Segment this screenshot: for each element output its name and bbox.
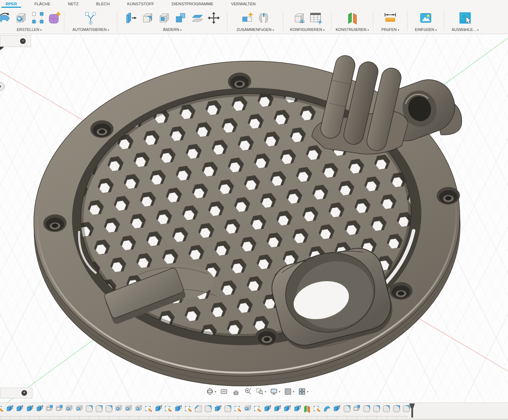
chevron-down-icon[interactable]: ▾ — [279, 390, 280, 393]
timeline-feature-hole-icon[interactable] — [244, 405, 252, 414]
window-zoom-button[interactable]: ▾ — [255, 387, 267, 396]
chevron-down-icon[interactable]: ▾ — [307, 390, 308, 393]
group-label[interactable]: PRüFEN▾ — [381, 27, 399, 33]
viewports-button[interactable]: ▾ — [297, 387, 309, 396]
timeline-feature-extrude-icon[interactable] — [293, 405, 301, 414]
timeline-feature-sweep-icon[interactable] — [323, 405, 331, 414]
ribbon-tab-fläche[interactable]: FLÄCHE — [30, 0, 55, 7]
timeline-feature-fillet-icon[interactable] — [343, 405, 351, 414]
group-label[interactable]: ÄNDERN▾ — [163, 27, 181, 33]
generative-design-icon[interactable] — [83, 10, 98, 26]
group-label[interactable]: KONFIGURIEREN▾ — [290, 27, 325, 33]
timeline-feature-extrude-icon[interactable] — [283, 405, 291, 414]
orbit-icon — [206, 387, 214, 396]
timeline-feature-shell-icon[interactable] — [353, 405, 361, 414]
comments-expand-button[interactable]: + — [21, 390, 27, 396]
timeline-feature-hole-icon[interactable] — [135, 405, 143, 414]
select-icon[interactable] — [457, 10, 473, 26]
group-label[interactable]: ERSTELLEN▾ — [17, 27, 41, 33]
model-gopro-mount[interactable] — [309, 49, 463, 156]
timeline-feature-fillet-icon[interactable] — [204, 405, 212, 414]
timeline-feature-fillet-icon[interactable] — [85, 405, 93, 414]
timeline-feature-plane-icon[interactable] — [303, 405, 311, 414]
ribbon-tab-verwalten[interactable]: VERWALTEN — [226, 0, 261, 7]
move-icon[interactable] — [206, 10, 221, 26]
ribbon-tab-kunststoff[interactable]: KUNSTSTOFF — [122, 0, 159, 7]
timeline-feature-hole-icon[interactable] — [124, 405, 133, 414]
browser-collapse-button[interactable]: − — [20, 38, 26, 44]
timeline-feature-extrude-icon[interactable] — [36, 405, 44, 414]
orbit-button[interactable]: ▾ — [205, 387, 217, 396]
timeline-feature-fillet-icon[interactable] — [95, 405, 103, 414]
chevron-down-icon[interactable]: ▾ — [215, 390, 216, 393]
insert-image-icon[interactable] — [418, 10, 433, 26]
chevron-down-icon[interactable]: ▾ — [293, 390, 294, 393]
timeline-feature-extrude-icon[interactable] — [214, 405, 222, 414]
timeline-feature-fillet-icon[interactable] — [392, 405, 400, 414]
group-label[interactable]: AUSWäHLE...▾ — [452, 27, 479, 33]
timeline-feature-chamfer-icon[interactable] — [194, 405, 202, 414]
display-settings-button[interactable]: ▾ — [269, 387, 281, 396]
group-label[interactable]: ZUSAMMENFüGEN▾ — [237, 27, 274, 33]
zoom-button[interactable] — [243, 387, 253, 396]
group-label[interactable]: KONSTRUIEREN▾ — [336, 27, 369, 33]
timeline-feature-extrude-icon[interactable] — [273, 405, 281, 414]
ribbon-tab-netz[interactable]: NETZ — [63, 0, 83, 7]
chevron-down-icon[interactable]: ▾ — [265, 390, 266, 393]
configuration-table-icon[interactable] — [308, 10, 323, 26]
timeline-feature-extrude-icon[interactable] — [174, 405, 182, 414]
model-viewport-scene[interactable] — [0, 34, 508, 402]
timeline-feature-fillet-icon[interactable] — [105, 405, 113, 414]
group-label[interactable]: AUTOMATISIEREN▾ — [72, 27, 109, 33]
timeline-playhead-marker[interactable] — [409, 403, 415, 418]
ribbon-tab-rper[interactable]: RPER — [1, 0, 22, 7]
design-timeline[interactable] — [0, 402, 508, 420]
timeline-feature-fillet-icon[interactable] — [372, 405, 380, 414]
configure-icon[interactable] — [291, 10, 307, 26]
hole-icon[interactable] — [13, 10, 29, 26]
timeline-feature-hole-icon[interactable] — [75, 405, 83, 414]
construction-plane-icon[interactable] — [345, 10, 360, 26]
measure-icon[interactable] — [382, 10, 398, 26]
form-icon[interactable] — [46, 10, 62, 26]
timeline-feature-extrude-icon[interactable] — [263, 405, 271, 414]
combine-icon[interactable] — [173, 10, 188, 26]
viewport-canvas[interactable]: − + ▾▾▾▾▾ — [0, 34, 508, 402]
timeline-feature-extrude-icon[interactable] — [15, 405, 24, 414]
fillet-icon[interactable] — [140, 10, 155, 26]
timeline-feature-sketch-icon[interactable] — [253, 405, 262, 414]
group-label[interactable]: EINFüGEN▾ — [415, 27, 437, 33]
timeline-feature-shell-icon[interactable] — [55, 405, 63, 414]
timeline-feature-hole-icon[interactable] — [115, 405, 123, 414]
ribbon-tab-blech[interactable]: BLECH — [91, 0, 114, 7]
timeline-feature-extrude-icon[interactable] — [333, 405, 341, 414]
timeline-feature-sketch-icon[interactable] — [234, 405, 242, 414]
timeline-feature-sketch-icon[interactable] — [184, 405, 192, 414]
timeline-feature-fillet-icon[interactable] — [362, 405, 371, 414]
ribbon-tab-dienstprogramme[interactable]: DIENSTPROGRAMME — [167, 0, 218, 7]
new-component-icon[interactable] — [239, 10, 255, 26]
timeline-feature-shell-icon[interactable] — [45, 405, 53, 414]
shell-icon[interactable] — [156, 10, 172, 26]
pan-button[interactable] — [231, 387, 241, 396]
press-pull-icon[interactable] — [123, 10, 139, 26]
model-body[interactable] — [0, 34, 471, 395]
grid-layout-button[interactable]: ▾ — [283, 387, 295, 396]
timeline-feature-fillet-icon[interactable] — [382, 405, 390, 414]
timeline-feature-extrude-icon[interactable] — [6, 405, 14, 414]
revolve-icon[interactable] — [0, 10, 12, 26]
timeline-feature-fillet-icon[interactable] — [224, 405, 232, 414]
joint-icon[interactable] — [256, 10, 271, 26]
ribbon-group-zusammenfügen: ZUSAMMENFüGEN▾ — [227, 8, 283, 33]
timeline-feature-hole-icon[interactable] — [65, 405, 73, 414]
timeline-feature-sketch-icon[interactable] — [313, 405, 321, 414]
ribbon-tab-bar: RPERFLÄCHENETZBLECHKUNSTSTOFFDIENSTPROGR… — [0, 0, 508, 8]
timeline-feature-sketch-icon[interactable] — [0, 405, 4, 414]
timeline-feature-extrude-icon[interactable] — [26, 405, 34, 414]
timeline-feature-sketch-icon[interactable] — [164, 405, 172, 414]
timeline-feature-extrude-icon[interactable] — [154, 405, 162, 414]
look-at-button[interactable] — [219, 387, 229, 396]
split-body-icon[interactable] — [189, 10, 205, 26]
timeline-feature-sketch-icon[interactable] — [144, 405, 153, 414]
pattern-icon[interactable] — [30, 10, 45, 26]
